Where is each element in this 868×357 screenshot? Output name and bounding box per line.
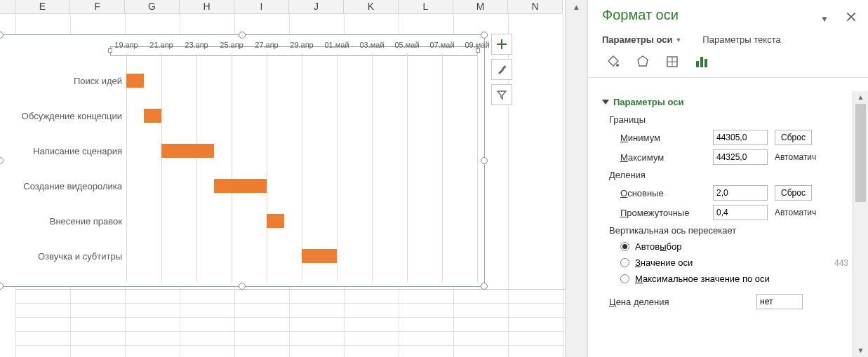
svg-marker-3 bbox=[638, 56, 648, 66]
pane-body: Параметры оси Границы ММинимуминимум Сбр… bbox=[588, 91, 850, 357]
scroll-thumb[interactable] bbox=[855, 104, 866, 202]
col-header[interactable]: I bbox=[234, 0, 289, 14]
radio-icon bbox=[620, 274, 629, 283]
xaxis-tick: 27.апр bbox=[255, 41, 278, 49]
xaxis-tick: 01.май bbox=[324, 41, 349, 49]
col-header[interactable]: J bbox=[289, 0, 344, 14]
pane-tabs: Параметры оси▼ Параметры текста bbox=[588, 26, 868, 50]
col-header[interactable]: L bbox=[399, 0, 453, 14]
cross-label: Вертикальная ось пересекает bbox=[595, 222, 850, 238]
gantt-bar[interactable] bbox=[302, 249, 337, 263]
plot-area[interactable]: 19.апр 21.апр 23.апр 25.апр 27.апр 29.ап… bbox=[126, 41, 480, 282]
category-label[interactable]: Озвучка и субтитры bbox=[0, 251, 122, 262]
col-header[interactable]: K bbox=[344, 0, 399, 14]
col-header[interactable]: F bbox=[70, 0, 125, 14]
format-axis-pane: Формат оси ▼ Параметры оси▼ Параметры те… bbox=[588, 0, 868, 357]
effects-icon[interactable] bbox=[634, 53, 651, 70]
radio-icon bbox=[620, 242, 629, 251]
display-units-label: Цена деления bbox=[609, 297, 749, 307]
resize-handle[interactable] bbox=[239, 32, 246, 39]
svg-rect-7 bbox=[696, 61, 699, 67]
min-input[interactable] bbox=[713, 130, 768, 145]
scroll-down-arrow[interactable]: ▼ bbox=[853, 344, 868, 357]
select-all-corner[interactable] bbox=[0, 0, 15, 14]
pane-icon-tabs bbox=[588, 50, 868, 78]
size-icon[interactable] bbox=[664, 53, 681, 70]
scroll-up-arrow[interactable]: ▲ bbox=[566, 0, 587, 14]
collapse-caret-icon bbox=[602, 100, 609, 105]
max-label: Максимум bbox=[620, 152, 706, 163]
resize-handle[interactable] bbox=[0, 283, 4, 290]
category-label[interactable]: Написание сценария bbox=[0, 146, 122, 156]
pane-menu-dropdown[interactable]: ▼ bbox=[820, 14, 829, 24]
tab-axis-options[interactable]: Параметры оси▼ bbox=[602, 34, 681, 45]
pane-title: Формат оси bbox=[602, 7, 855, 23]
major-input[interactable] bbox=[713, 185, 768, 201]
max-input[interactable] bbox=[713, 149, 768, 165]
section-axis-params[interactable]: Параметры оси bbox=[595, 91, 850, 112]
xaxis-tick: 05.май bbox=[394, 41, 419, 49]
spreadsheet-area: E F G H I J K L M N bbox=[0, 0, 588, 357]
minor-auto-label: Автоматич bbox=[775, 208, 816, 217]
pane-close-button[interactable] bbox=[846, 11, 857, 22]
bounds-label: Границы bbox=[595, 112, 850, 128]
axis-sel-handle[interactable] bbox=[108, 48, 112, 53]
resize-handle[interactable] bbox=[481, 32, 488, 39]
minor-label: Промежуточные bbox=[620, 208, 706, 218]
col-header[interactable]: E bbox=[15, 0, 70, 14]
units-label: Деления bbox=[595, 167, 850, 183]
category-label[interactable]: Создание видеоролика bbox=[0, 181, 122, 191]
xaxis-tick: 23.апр bbox=[185, 41, 208, 49]
column-headers: E F G H I J K L M N bbox=[0, 0, 566, 14]
major-reset-button[interactable]: Сброс bbox=[775, 185, 812, 201]
gantt-bar[interactable] bbox=[126, 74, 144, 88]
xaxis-tick: 09.май bbox=[465, 41, 489, 49]
section-title: Параметры оси bbox=[613, 97, 683, 107]
fill-icon[interactable] bbox=[605, 53, 622, 70]
xaxis-tick: 19.апр bbox=[114, 41, 138, 49]
category-label[interactable]: Поиск идей bbox=[0, 76, 122, 86]
chart-elements-button[interactable] bbox=[491, 34, 512, 55]
min-reset-button[interactable]: Сброс bbox=[775, 130, 812, 145]
axis-options-icon[interactable] bbox=[693, 53, 710, 70]
chart-side-toolbar bbox=[491, 34, 514, 109]
radio-axis-value[interactable]: Значение оси 443 bbox=[595, 255, 850, 271]
svg-rect-8 bbox=[700, 57, 703, 67]
gantt-chart-object[interactable]: Поиск идей Обсуждение концепции Написани… bbox=[0, 35, 484, 286]
col-header[interactable]: G bbox=[125, 0, 180, 14]
xaxis-tick: 25.апр bbox=[220, 41, 243, 49]
resize-handle[interactable] bbox=[481, 157, 488, 164]
category-label[interactable]: Внесение правок bbox=[0, 216, 122, 227]
gantt-bar[interactable] bbox=[267, 214, 284, 228]
resize-handle[interactable] bbox=[481, 283, 488, 290]
gantt-bar[interactable] bbox=[161, 144, 214, 158]
gantt-bar[interactable] bbox=[144, 109, 161, 123]
pane-vertical-scrollbar[interactable]: ▲ ▼ bbox=[853, 91, 868, 357]
resize-handle[interactable] bbox=[239, 283, 246, 290]
display-units-input[interactable] bbox=[756, 294, 803, 309]
chart-styles-button[interactable] bbox=[491, 59, 512, 80]
xaxis-tick: 07.май bbox=[429, 41, 454, 49]
gantt-bar[interactable] bbox=[214, 179, 267, 193]
category-label[interactable]: Обсуждение концепции bbox=[0, 111, 122, 121]
major-label: Основные bbox=[620, 188, 706, 198]
col-header[interactable]: H bbox=[180, 0, 234, 14]
col-header[interactable]: N bbox=[508, 0, 563, 14]
svg-rect-9 bbox=[705, 59, 707, 67]
minor-input[interactable] bbox=[713, 205, 768, 220]
sheet-vertical-scrollbar[interactable]: ▲ bbox=[565, 0, 587, 357]
radio-icon bbox=[620, 258, 629, 267]
min-label: ММинимуминимум bbox=[620, 133, 706, 143]
col-header[interactable]: M bbox=[453, 0, 508, 14]
max-auto-label: Автоматич bbox=[775, 152, 816, 162]
radio-max-value[interactable]: Максимальное значение по оси bbox=[595, 271, 850, 287]
xaxis-tick: 03.май bbox=[359, 41, 384, 49]
radio-auto[interactable]: Автовыбор bbox=[595, 238, 850, 255]
xaxis-tick: 29.апр bbox=[290, 41, 313, 49]
xaxis-tick: 21.апр bbox=[149, 41, 173, 49]
scroll-up-arrow[interactable]: ▲ bbox=[853, 91, 868, 104]
chart-filter-button[interactable] bbox=[491, 84, 512, 105]
axis-value-preview: 443 bbox=[834, 258, 850, 268]
tab-text-options[interactable]: Параметры текста bbox=[702, 34, 780, 45]
